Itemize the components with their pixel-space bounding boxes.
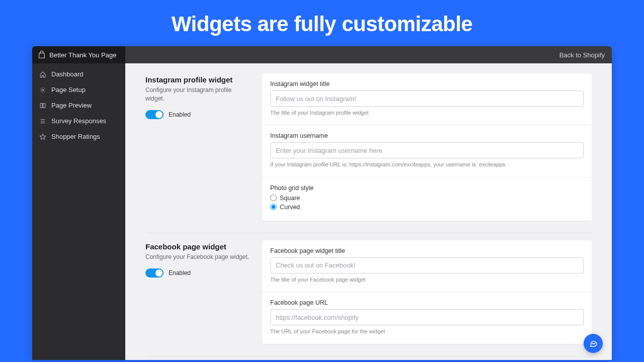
field-help: The URL of your Facebook page for the wi…	[270, 328, 584, 335]
sidebar-item-label: Dashboard	[51, 70, 84, 78]
youtube-section: Youtube video widget Configure your embe…	[145, 356, 592, 360]
sidebar-item-label: Shopper Ratings	[51, 133, 100, 140]
instagram-card: Instagram widget title The title of your…	[262, 73, 592, 221]
radio-curved[interactable]	[270, 204, 277, 210]
content-area: Instagram profile widget Configure your …	[125, 63, 612, 360]
field-help: The title of your Instagram profile widg…	[270, 109, 584, 117]
home-icon	[39, 71, 46, 78]
toggle-label: Enabled	[169, 269, 191, 277]
field-help: If your Instagram profile URL is: https:…	[270, 161, 584, 168]
facebook-card: Facebook page widget title The title of …	[262, 240, 592, 344]
book-icon	[39, 102, 46, 109]
section-title: Facebook page widget	[145, 242, 251, 251]
topbar-brand: Better Thank You Page	[32, 46, 125, 63]
radio-label: Square	[280, 195, 300, 202]
radio-label: Curved	[280, 204, 300, 211]
sidebar-item-label: Survey Responses	[51, 117, 106, 125]
facebook-url-input[interactable]	[270, 309, 584, 325]
sidebar-item-survey-responses[interactable]: Survey Responses	[32, 113, 125, 129]
field-label: Instagram username	[270, 132, 584, 139]
app-name: Better Thank You Page	[49, 51, 116, 59]
instagram-title-input[interactable]	[270, 90, 584, 107]
back-to-shopify-button[interactable]: Back to Shopify	[552, 46, 612, 63]
instagram-username-input[interactable]	[270, 142, 584, 158]
facebook-enabled-toggle[interactable]	[145, 268, 164, 278]
svg-point-2	[593, 343, 594, 344]
svg-point-1	[592, 343, 592, 344]
topbar-spacer	[125, 46, 552, 63]
sidebar-item-page-preview[interactable]: Page Preview	[32, 98, 125, 113]
star-icon	[39, 133, 46, 140]
field-label: Facebook page URL	[270, 299, 584, 306]
app-frame: Better Thank You Page Back to Shopify Da…	[32, 46, 612, 360]
grid-option-curved[interactable]: Curved	[270, 204, 584, 211]
sidebar-item-dashboard[interactable]: Dashboard	[32, 66, 125, 82]
chat-icon	[589, 339, 598, 348]
sidebar: Dashboard Page Setup Page Preview Survey…	[32, 63, 125, 360]
gear-icon	[39, 86, 46, 94]
instagram-section: Instagram profile widget Configure your …	[145, 66, 592, 233]
section-desc: Configure your Facebook page widget.	[145, 253, 251, 261]
field-help: The title of your Facebook page widget	[270, 276, 584, 284]
section-desc: Configure your Instagram profile widget.	[145, 86, 251, 103]
svg-point-3	[594, 343, 595, 344]
list-icon	[39, 118, 46, 125]
bag-icon	[38, 51, 45, 59]
section-title: Instagram profile widget	[145, 75, 251, 84]
facebook-title-input[interactable]	[270, 257, 584, 274]
sidebar-item-shopper-ratings[interactable]: Shopper Ratings	[32, 129, 125, 144]
grid-option-square[interactable]: Square	[270, 195, 584, 202]
sidebar-item-label: Page Setup	[51, 86, 86, 94]
field-label: Photo grid style	[270, 185, 584, 192]
toggle-label: Enabled	[169, 111, 191, 118]
instagram-enabled-toggle[interactable]	[145, 110, 164, 119]
radio-square[interactable]	[270, 195, 277, 201]
svg-point-0	[42, 89, 44, 91]
field-label: Facebook page widget title	[270, 247, 584, 254]
topbar: Better Thank You Page Back to Shopify	[32, 46, 612, 63]
sidebar-item-page-setup[interactable]: Page Setup	[32, 82, 125, 98]
facebook-section: Facebook page widget Configure your Face…	[145, 233, 592, 356]
promo-headline: Widgets are fully customizable	[0, 0, 644, 46]
sidebar-item-label: Page Preview	[51, 102, 92, 109]
field-label: Instagram widget title	[270, 80, 584, 87]
chat-button[interactable]	[584, 334, 603, 353]
